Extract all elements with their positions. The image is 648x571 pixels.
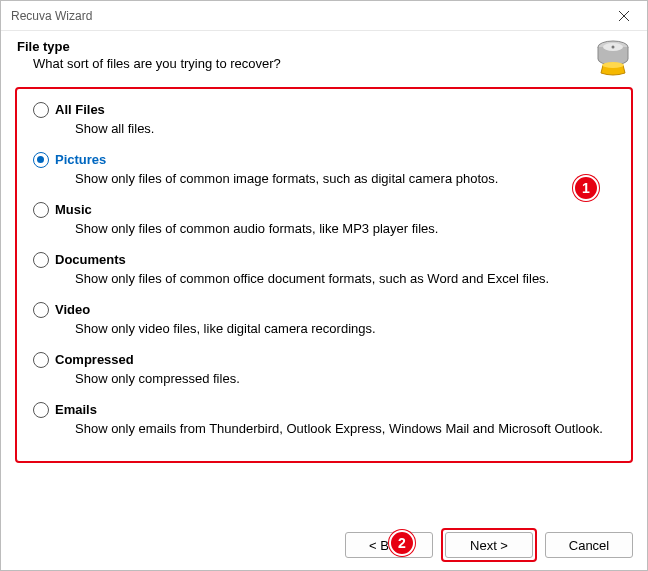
option-music[interactable]: Music Show only files of common audio fo… — [33, 201, 615, 237]
option-desc: Show only files of common office documen… — [75, 270, 615, 287]
option-label: All Files — [55, 101, 615, 118]
option-desc: Show only files of common audio formats,… — [75, 220, 615, 237]
radio-emails[interactable] — [33, 402, 49, 418]
hard-drive-icon — [593, 37, 633, 77]
option-label: Music — [55, 201, 615, 218]
page-subtitle: What sort of files are you trying to rec… — [33, 56, 631, 71]
file-type-group: All Files Show all files. Pictures Show … — [15, 87, 633, 463]
close-button[interactable] — [601, 1, 647, 31]
option-desc: Show only video files, like digital came… — [75, 320, 615, 337]
option-label: Compressed — [55, 351, 615, 368]
page-title: File type — [17, 39, 631, 54]
svg-point-5 — [602, 62, 624, 68]
option-video[interactable]: Video Show only video files, like digita… — [33, 301, 615, 337]
radio-compressed[interactable] — [33, 352, 49, 368]
radio-pictures[interactable] — [33, 152, 49, 168]
option-label: Video — [55, 301, 615, 318]
option-desc: Show all files. — [75, 120, 615, 137]
next-button-highlight: Next > — [441, 528, 537, 562]
cancel-button[interactable]: Cancel — [545, 532, 633, 558]
option-all-files[interactable]: All Files Show all files. — [33, 101, 615, 137]
close-icon — [619, 11, 629, 21]
svg-point-4 — [612, 46, 615, 49]
radio-all-files[interactable] — [33, 102, 49, 118]
annotation-badge-2: 2 — [389, 530, 415, 556]
window-title: Recuva Wizard — [11, 9, 92, 23]
option-label: Emails — [55, 401, 615, 418]
radio-video[interactable] — [33, 302, 49, 318]
radio-documents[interactable] — [33, 252, 49, 268]
option-pictures[interactable]: Pictures Show only files of common image… — [33, 151, 615, 187]
option-desc: Show only emails from Thunderbird, Outlo… — [75, 420, 615, 437]
option-desc: Show only compressed files. — [75, 370, 615, 387]
annotation-badge-1: 1 — [573, 175, 599, 201]
option-label: Pictures — [55, 151, 615, 168]
titlebar: Recuva Wizard — [1, 1, 647, 31]
option-label: Documents — [55, 251, 615, 268]
radio-music[interactable] — [33, 202, 49, 218]
option-documents[interactable]: Documents Show only files of common offi… — [33, 251, 615, 287]
wizard-footer: < Back Next > Cancel — [1, 520, 647, 570]
option-desc: Show only files of common image formats,… — [75, 170, 615, 187]
option-emails[interactable]: Emails Show only emails from Thunderbird… — [33, 401, 615, 437]
option-compressed[interactable]: Compressed Show only compressed files. — [33, 351, 615, 387]
next-button[interactable]: Next > — [445, 532, 533, 558]
wizard-header: File type What sort of files are you try… — [1, 31, 647, 81]
